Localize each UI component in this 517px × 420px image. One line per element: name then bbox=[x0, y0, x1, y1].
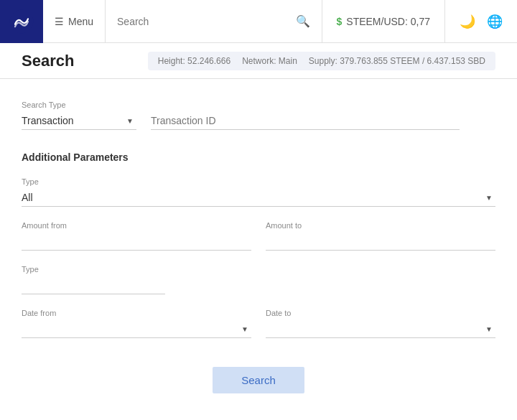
hamburger-icon: ☰ bbox=[55, 16, 64, 27]
amount-from-input[interactable] bbox=[22, 233, 251, 251]
search-type-select[interactable]: Transaction Block Account bbox=[22, 112, 136, 130]
type-select-wrap: All Transfer Vote Comment ▼ bbox=[22, 189, 495, 207]
price-display: $ STEEM/USD: 0,77 bbox=[322, 0, 446, 42]
date-from-label: Date from bbox=[22, 309, 251, 317]
navbar-search-input[interactable] bbox=[117, 16, 289, 27]
page-title: Search bbox=[22, 52, 74, 70]
logo bbox=[0, 0, 43, 43]
navbar-actions: 🌙 🌐 bbox=[445, 14, 517, 29]
theme-toggle-icon[interactable]: 🌙 bbox=[460, 14, 475, 29]
amount-from-label: Amount from bbox=[22, 221, 251, 230]
type2-input[interactable] bbox=[22, 276, 165, 294]
dollar-icon: $ bbox=[337, 16, 343, 27]
navbar: ☰ Menu 🔍 $ STEEM/USD: 0,77 🌙 🌐 bbox=[0, 0, 517, 43]
date-from-select-wrap: ▼ bbox=[22, 320, 251, 338]
search-button[interactable]: Search bbox=[213, 367, 304, 393]
date-row: Date from ▼ Date to ▼ bbox=[22, 309, 495, 338]
page-meta: Height: 52.246.666 Network: Main Supply:… bbox=[148, 52, 495, 70]
type2-row: Type bbox=[22, 265, 495, 294]
search-type-field: Search Type Transaction Block Account ▼ bbox=[22, 101, 136, 130]
search-icon: 🔍 bbox=[296, 14, 310, 28]
page-header: Search Height: 52.246.666 Network: Main … bbox=[0, 43, 517, 79]
type-label: Type bbox=[22, 177, 495, 186]
main-content: Search Type Transaction Block Account ▼ … bbox=[0, 79, 517, 420]
date-to-select-wrap: ▼ bbox=[266, 320, 495, 338]
type2-label: Type bbox=[22, 265, 495, 274]
height-info: Height: 52.246.666 bbox=[158, 56, 230, 66]
price-label: STEEM/USD: 0,77 bbox=[346, 16, 430, 27]
supply-info: Supply: 379.763.855 STEEM / 6.437.153 SB… bbox=[309, 56, 485, 66]
date-to-label: Date to bbox=[266, 309, 495, 317]
network-info: Network: Main bbox=[242, 56, 297, 66]
type-select[interactable]: All Transfer Vote Comment bbox=[22, 189, 495, 207]
transaction-id-input[interactable] bbox=[151, 112, 460, 130]
type-select-row: Type All Transfer Vote Comment ▼ bbox=[22, 177, 495, 207]
navbar-search: 🔍 bbox=[106, 0, 322, 42]
menu-label: Menu bbox=[68, 16, 93, 27]
transaction-id-field bbox=[151, 112, 495, 130]
amount-row: Amount from Amount to bbox=[22, 221, 495, 251]
search-type-select-wrap: Transaction Block Account ▼ bbox=[22, 112, 136, 130]
date-from-field: Date from ▼ bbox=[22, 309, 251, 338]
search-button-row: Search bbox=[22, 367, 495, 393]
language-icon[interactable]: 🌐 bbox=[487, 14, 503, 29]
date-to-field: Date to ▼ bbox=[266, 309, 495, 338]
menu-button[interactable]: ☰ Menu bbox=[43, 0, 106, 42]
amount-from-field: Amount from bbox=[22, 221, 251, 251]
amount-to-label: Amount to bbox=[266, 221, 495, 230]
date-to-select[interactable] bbox=[266, 320, 495, 338]
additional-params-title: Additional Parameters bbox=[22, 151, 495, 163]
search-type-label: Search Type bbox=[22, 101, 136, 109]
amount-to-input[interactable] bbox=[266, 233, 495, 251]
search-type-row: Search Type Transaction Block Account ▼ bbox=[22, 101, 495, 130]
date-from-select[interactable] bbox=[22, 320, 251, 338]
amount-to-field: Amount to bbox=[266, 221, 495, 251]
